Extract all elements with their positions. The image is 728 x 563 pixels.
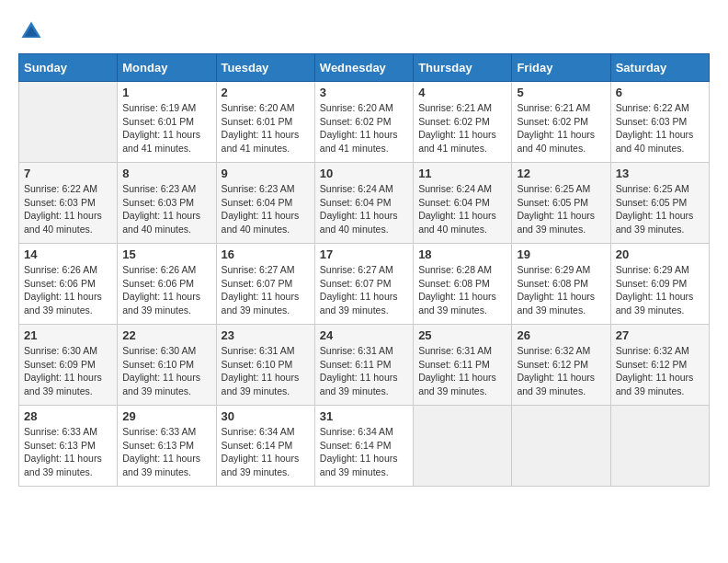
calendar-body: 1Sunrise: 6:19 AMSunset: 6:01 PMDaylight… <box>19 82 710 487</box>
day-number: 10 <box>320 167 408 180</box>
week-row-0: 1Sunrise: 6:19 AMSunset: 6:01 PMDaylight… <box>19 82 710 163</box>
header-day-wednesday: Wednesday <box>314 54 413 82</box>
header-day-friday: Friday <box>512 54 610 82</box>
day-info: Sunrise: 6:20 AMSunset: 6:02 PMDaylight:… <box>320 101 408 155</box>
day-info: Sunrise: 6:24 AMSunset: 6:04 PMDaylight:… <box>418 182 506 236</box>
day-info: Sunrise: 6:20 AMSunset: 6:01 PMDaylight:… <box>222 101 310 155</box>
calendar-cell: 7Sunrise: 6:22 AMSunset: 6:03 PMDaylight… <box>19 163 118 244</box>
day-number: 4 <box>418 86 506 99</box>
week-row-1: 7Sunrise: 6:22 AMSunset: 6:03 PMDaylight… <box>19 163 710 244</box>
day-info: Sunrise: 6:33 AMSunset: 6:13 PMDaylight:… <box>24 425 112 479</box>
day-number: 31 <box>320 409 408 423</box>
calendar-cell: 9Sunrise: 6:23 AMSunset: 6:04 PMDaylight… <box>216 163 314 244</box>
header-day-monday: Monday <box>118 54 216 82</box>
day-number: 28 <box>24 409 112 423</box>
day-info: Sunrise: 6:27 AMSunset: 6:07 PMDaylight:… <box>320 263 408 317</box>
day-info: Sunrise: 6:21 AMSunset: 6:02 PMDaylight:… <box>418 101 506 155</box>
day-number: 21 <box>24 328 112 342</box>
calendar-cell: 22Sunrise: 6:30 AMSunset: 6:10 PMDayligh… <box>118 325 216 406</box>
day-number: 19 <box>517 247 605 261</box>
day-info: Sunrise: 6:24 AMSunset: 6:04 PMDaylight:… <box>320 182 408 236</box>
day-number: 18 <box>418 247 506 261</box>
calendar-cell: 28Sunrise: 6:33 AMSunset: 6:13 PMDayligh… <box>19 406 118 487</box>
calendar-cell: 29Sunrise: 6:33 AMSunset: 6:13 PMDayligh… <box>118 406 216 487</box>
calendar-cell: 13Sunrise: 6:25 AMSunset: 6:05 PMDayligh… <box>610 163 709 244</box>
calendar-cell: 21Sunrise: 6:30 AMSunset: 6:09 PMDayligh… <box>19 325 118 406</box>
week-row-3: 21Sunrise: 6:30 AMSunset: 6:09 PMDayligh… <box>19 325 710 406</box>
page-header <box>18 18 710 44</box>
day-number: 5 <box>517 86 605 99</box>
day-number: 14 <box>24 247 112 261</box>
calendar-header: SundayMondayTuesdayWednesdayThursdayFrid… <box>19 54 710 82</box>
calendar-cell: 25Sunrise: 6:31 AMSunset: 6:11 PMDayligh… <box>414 325 512 406</box>
calendar-cell: 17Sunrise: 6:27 AMSunset: 6:07 PMDayligh… <box>314 244 413 325</box>
day-info: Sunrise: 6:29 AMSunset: 6:08 PMDaylight:… <box>517 263 605 317</box>
day-number: 13 <box>616 167 704 180</box>
calendar-cell <box>414 406 512 487</box>
calendar-cell: 16Sunrise: 6:27 AMSunset: 6:07 PMDayligh… <box>216 244 314 325</box>
calendar-cell: 26Sunrise: 6:32 AMSunset: 6:12 PMDayligh… <box>512 325 610 406</box>
header-day-tuesday: Tuesday <box>216 54 314 82</box>
day-info: Sunrise: 6:30 AMSunset: 6:10 PMDaylight:… <box>122 344 210 398</box>
day-number: 3 <box>320 86 408 99</box>
week-row-4: 28Sunrise: 6:33 AMSunset: 6:13 PMDayligh… <box>19 406 710 487</box>
calendar-cell: 19Sunrise: 6:29 AMSunset: 6:08 PMDayligh… <box>512 244 610 325</box>
day-info: Sunrise: 6:34 AMSunset: 6:14 PMDaylight:… <box>222 425 310 479</box>
day-number: 15 <box>122 247 210 261</box>
logo-icon <box>18 18 44 44</box>
calendar-cell <box>610 406 709 487</box>
day-number: 1 <box>122 86 210 99</box>
calendar-cell: 14Sunrise: 6:26 AMSunset: 6:06 PMDayligh… <box>19 244 118 325</box>
day-info: Sunrise: 6:22 AMSunset: 6:03 PMDaylight:… <box>616 101 704 155</box>
calendar-cell: 10Sunrise: 6:24 AMSunset: 6:04 PMDayligh… <box>314 163 413 244</box>
header-row: SundayMondayTuesdayWednesdayThursdayFrid… <box>19 54 710 82</box>
day-number: 26 <box>517 328 605 342</box>
day-info: Sunrise: 6:31 AMSunset: 6:10 PMDaylight:… <box>222 344 310 398</box>
calendar-cell: 11Sunrise: 6:24 AMSunset: 6:04 PMDayligh… <box>414 163 512 244</box>
calendar-cell: 27Sunrise: 6:32 AMSunset: 6:12 PMDayligh… <box>610 325 709 406</box>
day-info: Sunrise: 6:26 AMSunset: 6:06 PMDaylight:… <box>122 263 210 317</box>
calendar-cell: 5Sunrise: 6:21 AMSunset: 6:02 PMDaylight… <box>512 82 610 163</box>
day-info: Sunrise: 6:25 AMSunset: 6:05 PMDaylight:… <box>517 182 605 236</box>
week-row-2: 14Sunrise: 6:26 AMSunset: 6:06 PMDayligh… <box>19 244 710 325</box>
logo <box>18 18 48 44</box>
calendar-cell: 1Sunrise: 6:19 AMSunset: 6:01 PMDaylight… <box>118 82 216 163</box>
day-number: 22 <box>122 328 210 342</box>
calendar-cell: 4Sunrise: 6:21 AMSunset: 6:02 PMDaylight… <box>414 82 512 163</box>
day-info: Sunrise: 6:31 AMSunset: 6:11 PMDaylight:… <box>418 344 506 398</box>
day-number: 7 <box>24 167 112 180</box>
day-number: 30 <box>222 409 310 423</box>
day-number: 20 <box>616 247 704 261</box>
day-number: 23 <box>222 328 310 342</box>
day-number: 12 <box>517 167 605 180</box>
day-info: Sunrise: 6:23 AMSunset: 6:03 PMDaylight:… <box>122 182 210 236</box>
calendar-cell: 31Sunrise: 6:34 AMSunset: 6:14 PMDayligh… <box>314 406 413 487</box>
day-info: Sunrise: 6:23 AMSunset: 6:04 PMDaylight:… <box>222 182 310 236</box>
calendar-cell: 8Sunrise: 6:23 AMSunset: 6:03 PMDaylight… <box>118 163 216 244</box>
day-info: Sunrise: 6:26 AMSunset: 6:06 PMDaylight:… <box>24 263 112 317</box>
day-number: 6 <box>616 86 704 99</box>
calendar-cell: 2Sunrise: 6:20 AMSunset: 6:01 PMDaylight… <box>216 82 314 163</box>
day-number: 27 <box>616 328 704 342</box>
day-info: Sunrise: 6:28 AMSunset: 6:08 PMDaylight:… <box>418 263 506 317</box>
calendar-cell: 23Sunrise: 6:31 AMSunset: 6:10 PMDayligh… <box>216 325 314 406</box>
day-info: Sunrise: 6:32 AMSunset: 6:12 PMDaylight:… <box>517 344 605 398</box>
calendar-cell: 24Sunrise: 6:31 AMSunset: 6:11 PMDayligh… <box>314 325 413 406</box>
day-info: Sunrise: 6:22 AMSunset: 6:03 PMDaylight:… <box>24 182 112 236</box>
calendar-cell: 15Sunrise: 6:26 AMSunset: 6:06 PMDayligh… <box>118 244 216 325</box>
header-day-saturday: Saturday <box>610 54 709 82</box>
day-info: Sunrise: 6:29 AMSunset: 6:09 PMDaylight:… <box>616 263 704 317</box>
calendar-cell: 3Sunrise: 6:20 AMSunset: 6:02 PMDaylight… <box>314 82 413 163</box>
day-number: 29 <box>122 409 210 423</box>
day-number: 25 <box>418 328 506 342</box>
day-info: Sunrise: 6:33 AMSunset: 6:13 PMDaylight:… <box>122 425 210 479</box>
day-info: Sunrise: 6:21 AMSunset: 6:02 PMDaylight:… <box>517 101 605 155</box>
day-number: 17 <box>320 247 408 261</box>
day-info: Sunrise: 6:25 AMSunset: 6:05 PMDaylight:… <box>616 182 704 236</box>
day-info: Sunrise: 6:19 AMSunset: 6:01 PMDaylight:… <box>122 101 210 155</box>
day-info: Sunrise: 6:30 AMSunset: 6:09 PMDaylight:… <box>24 344 112 398</box>
day-number: 24 <box>320 328 408 342</box>
calendar-cell <box>512 406 610 487</box>
day-number: 16 <box>222 247 310 261</box>
calendar-cell: 18Sunrise: 6:28 AMSunset: 6:08 PMDayligh… <box>414 244 512 325</box>
